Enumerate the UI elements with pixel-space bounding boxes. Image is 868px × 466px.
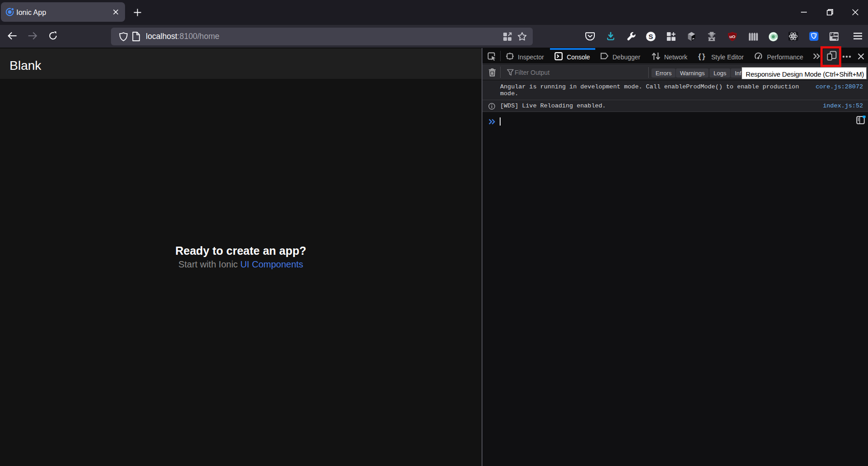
svg-text:uO: uO (729, 34, 735, 39)
